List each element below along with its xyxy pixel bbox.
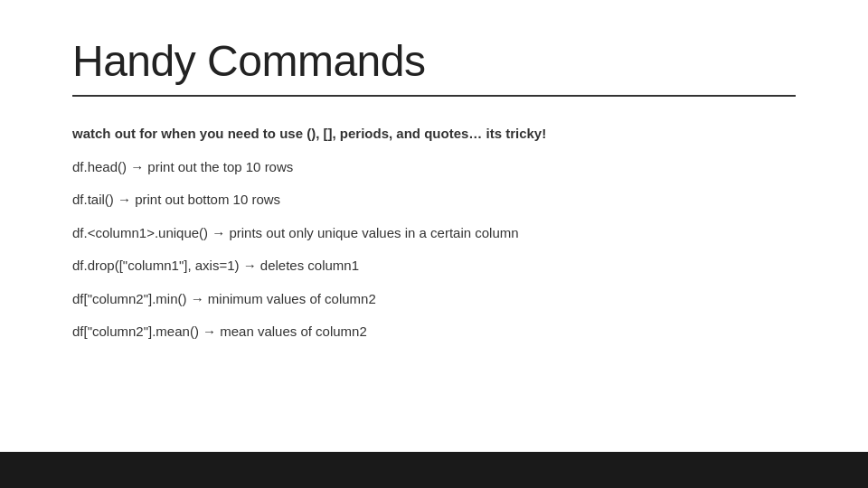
content-area: watch out for when you need to use (), […	[72, 124, 796, 343]
content-line-mean: df["column2"].mean() → mean values of co…	[72, 322, 796, 343]
content-line-unique: df.<column1>.unique() → prints out only …	[72, 223, 796, 244]
content-line-drop: df.drop(["column1"], axis=1) → deletes c…	[72, 256, 796, 277]
bottom-bar	[0, 452, 868, 488]
slide-container: Handy Commands watch out for when you ne…	[0, 0, 868, 488]
title-divider	[72, 95, 796, 97]
title-section: Handy Commands	[72, 36, 796, 117]
content-line-head: df.head() → print out the top 10 rows	[72, 157, 796, 178]
content-line-warning: watch out for when you need to use (), […	[72, 124, 796, 145]
slide-title: Handy Commands	[72, 36, 796, 86]
content-line-min: df["column2"].min() → minimum values of …	[72, 289, 796, 310]
content-line-tail: df.tail() → print out bottom 10 rows	[72, 190, 796, 211]
